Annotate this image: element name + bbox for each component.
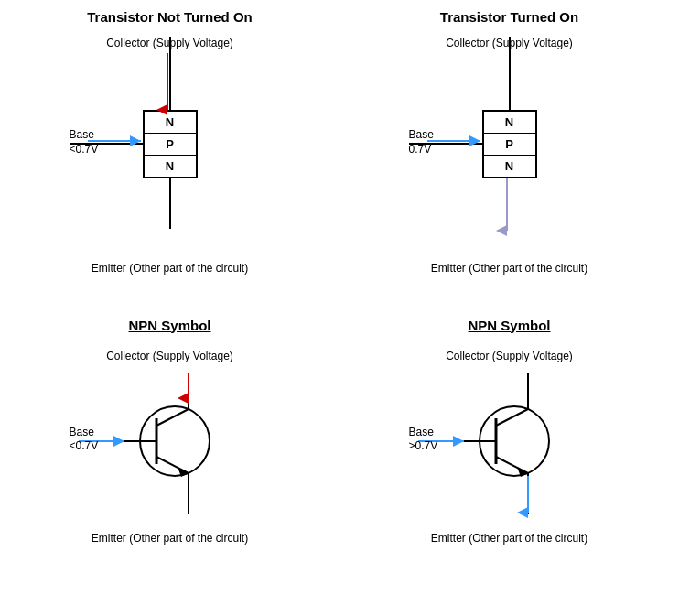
panel-top-right: Transistor Turned On Collector (Supply V… bbox=[340, 0, 679, 308]
panel-bottom-left: NPN Symbol Collector (Supply Voltage) bbox=[0, 308, 340, 617]
main-grid: Transistor Not Turned On Collector (Supp… bbox=[0, 0, 679, 616]
transistor-diagram-on: Collector (Supply Voltage) N P N Base 0.… bbox=[409, 37, 610, 275]
npn-p-mid-not-on: P bbox=[145, 134, 196, 156]
npn-symbol-diagram-left: Collector (Supply Voltage) bbox=[70, 345, 271, 546]
svg-line-16 bbox=[496, 409, 528, 426]
npn-emitter-label-left: Emitter (Other part of the circuit) bbox=[92, 532, 248, 545]
panel-title-not-on: Transistor Not Turned On bbox=[87, 9, 253, 25]
npn-symbol-title-left: NPN Symbol bbox=[128, 318, 210, 333]
npn-emitter-label-right: Emitter (Other part of the circuit) bbox=[431, 532, 587, 545]
emitter-arrow-on bbox=[498, 178, 516, 238]
collector-arrow-not-on bbox=[158, 53, 177, 117]
npn-box-not-on: N P N bbox=[143, 110, 198, 178]
npn-symbol-svg-left bbox=[70, 345, 271, 546]
npn-n-bot-not-on: N bbox=[145, 156, 196, 177]
svg-line-6 bbox=[156, 409, 189, 426]
emitter-line-not-on bbox=[169, 178, 171, 229]
panel-top-left: Transistor Not Turned On Collector (Supp… bbox=[0, 0, 340, 308]
npn-symbol-title-right: NPN Symbol bbox=[468, 318, 550, 333]
emitter-label-on: Emitter (Other part of the circuit) bbox=[431, 262, 587, 275]
npn-base-label-right: Base >0.7V bbox=[409, 426, 438, 454]
npn-n-top-on: N bbox=[484, 112, 535, 134]
npn-base-label-left: Base <0.7V bbox=[70, 426, 99, 454]
npn-symbol-svg-right bbox=[409, 345, 610, 546]
transistor-diagram-not-on: Collector (Supply Voltage) N P N Base <0… bbox=[70, 37, 271, 275]
collector-line-on bbox=[509, 37, 511, 110]
npn-box-on: N P N bbox=[482, 110, 537, 178]
npn-p-mid-on: P bbox=[484, 134, 535, 156]
npn-n-bot-on: N bbox=[484, 156, 535, 177]
panel-bottom-right: NPN Symbol Collector (Supply Voltage) bbox=[340, 308, 679, 617]
npn-symbol-diagram-right: Collector (Supply Voltage) bbox=[409, 345, 610, 546]
panel-title-on: Transistor Turned On bbox=[440, 9, 578, 25]
emitter-label-not-on: Emitter (Other part of the circuit) bbox=[92, 262, 248, 275]
base-arrow-on bbox=[427, 132, 487, 150]
base-arrow-not-on bbox=[88, 132, 147, 150]
